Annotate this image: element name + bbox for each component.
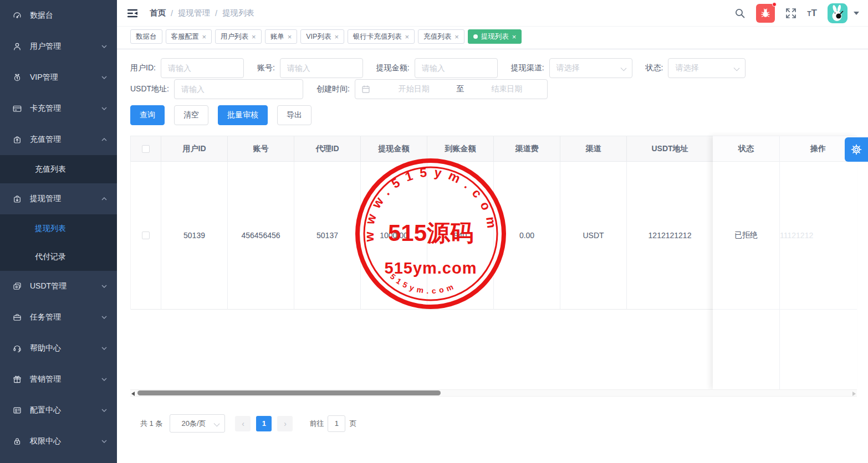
sidebar-item-label: 用户管理 bbox=[30, 42, 61, 52]
batch-review-button[interactable]: 批量审核 bbox=[218, 105, 268, 125]
sidebar-subitem-payment-records[interactable]: 代付记录 bbox=[0, 243, 117, 271]
scroll-right-arrow-icon[interactable] bbox=[852, 392, 856, 396]
usdt-address-input[interactable] bbox=[174, 79, 303, 99]
tab-service-config[interactable]: 客服配置× bbox=[166, 29, 212, 44]
sidebar-item-usdt[interactable]: USDT管理 bbox=[0, 271, 117, 302]
select-all-checkbox[interactable] bbox=[142, 145, 150, 153]
tab-recharge-list[interactable]: 充值列表× bbox=[418, 29, 464, 44]
goto-label: 前往 bbox=[309, 419, 324, 429]
horizontal-scrollbar bbox=[130, 389, 857, 397]
account-label: 账号: bbox=[257, 63, 275, 73]
clear-button[interactable]: 清空 bbox=[174, 105, 208, 125]
sidebar-item-users[interactable]: 用户管理 bbox=[0, 31, 117, 62]
breadcrumb-current: 提现列表 bbox=[222, 8, 254, 18]
account-input[interactable] bbox=[280, 58, 363, 78]
tab-label: 数据台 bbox=[136, 32, 157, 42]
column-settings-button[interactable] bbox=[845, 137, 868, 162]
sidebar-item-label: 营销管理 bbox=[30, 374, 61, 384]
export-button[interactable]: 导出 bbox=[277, 105, 312, 125]
sidebar-subitem-recharge-list[interactable]: 充值列表 bbox=[0, 155, 117, 183]
chevron-down-icon bbox=[101, 409, 107, 412]
sidebar-item-help[interactable]: 帮助中心 bbox=[0, 333, 117, 364]
sidebar-item-recharge[interactable]: 充值管理 bbox=[0, 124, 117, 155]
close-icon[interactable]: × bbox=[455, 33, 459, 40]
sidebar-item-vip[interactable]: VIP管理 bbox=[0, 62, 117, 93]
scroll-left-arrow-icon[interactable] bbox=[131, 392, 135, 396]
row-select-cell bbox=[131, 162, 161, 310]
tab-vip-list[interactable]: VIP列表× bbox=[300, 29, 344, 44]
font-size-icon[interactable]: TT bbox=[807, 8, 817, 18]
page-number-button[interactable]: 1 bbox=[256, 416, 272, 431]
end-date-placeholder[interactable]: 结束日期 bbox=[466, 84, 547, 94]
menu-fold-icon[interactable] bbox=[126, 8, 139, 18]
page-unit-label: 页 bbox=[349, 419, 356, 429]
tab-bills[interactable]: 账单× bbox=[265, 29, 298, 44]
tab-bankcard-recharge-list[interactable]: 银行卡充值列表× bbox=[348, 29, 415, 44]
sidebar-item-tasks[interactable]: 任务管理 bbox=[0, 302, 117, 333]
tab-user-list[interactable]: 用户列表× bbox=[215, 29, 262, 44]
sidebar-item-dashboard[interactable]: 数据台 bbox=[0, 0, 117, 31]
page-size-select[interactable]: 20条/页 bbox=[170, 414, 225, 433]
tab-label: 银行卡充值列表 bbox=[353, 32, 402, 42]
close-icon[interactable]: × bbox=[202, 33, 207, 40]
withdraw-channel-select[interactable]: 请选择 bbox=[549, 58, 632, 78]
sidebar-item-card-recharge[interactable]: 卡充管理 bbox=[0, 93, 117, 124]
sidebar-item-permissions[interactable]: 权限中心 bbox=[0, 426, 117, 457]
start-date-placeholder[interactable]: 开始日期 bbox=[374, 84, 455, 94]
card-icon bbox=[12, 104, 22, 114]
date-range-picker[interactable]: 开始日期 至 结束日期 bbox=[355, 79, 548, 99]
row-checkbox[interactable] bbox=[142, 232, 150, 239]
withdraw-table: 用户ID 账号 代理ID 提现金额 到账金额 渠道费 渠道 USDT地址 501… bbox=[130, 136, 857, 389]
tab-label: 账单 bbox=[270, 32, 284, 42]
avatar[interactable] bbox=[828, 3, 847, 23]
user-icon bbox=[12, 42, 22, 52]
breadcrumb-home[interactable]: 首页 bbox=[150, 8, 166, 18]
status-select[interactable]: 请选择 bbox=[668, 58, 746, 78]
tab-withdraw-list[interactable]: 提现列表× bbox=[468, 29, 522, 44]
fullscreen-icon[interactable] bbox=[785, 8, 796, 19]
withdraw-amount-input[interactable] bbox=[415, 58, 498, 78]
avatar-rabbit-icon bbox=[828, 3, 847, 23]
goto-page-input[interactable] bbox=[328, 415, 345, 432]
close-icon[interactable]: × bbox=[512, 33, 517, 40]
top-navbar: 首页 / 提现管理 / 提现列表 TT bbox=[117, 0, 868, 27]
cell-actions-ghost: 11121212 bbox=[779, 162, 857, 309]
cell-usdt: 1212121212 bbox=[627, 162, 713, 310]
chevron-down-icon bbox=[101, 347, 107, 350]
recharge-bag-icon bbox=[12, 135, 22, 145]
search-icon[interactable] bbox=[734, 8, 746, 19]
scrollbar-thumb[interactable] bbox=[137, 390, 441, 395]
config-icon bbox=[12, 405, 22, 415]
chevron-up-icon bbox=[101, 138, 107, 141]
close-icon[interactable]: × bbox=[288, 33, 292, 40]
marketing-gift-icon bbox=[12, 374, 22, 384]
chevron-down-icon bbox=[101, 107, 107, 110]
bug-report-button[interactable] bbox=[756, 4, 775, 23]
user-id-input[interactable] bbox=[161, 58, 244, 78]
chevron-down-icon bbox=[101, 316, 107, 319]
search-button[interactable]: 查询 bbox=[130, 105, 165, 125]
prev-page-button[interactable]: ‹ bbox=[235, 416, 251, 431]
breadcrumb: 首页 / 提现管理 / 提现列表 bbox=[150, 8, 254, 18]
sidebar-subitem-withdraw-list[interactable]: 提现列表 bbox=[0, 214, 117, 243]
sidebar-item-withdraw[interactable]: 提现管理 bbox=[0, 183, 117, 214]
next-page-button[interactable]: › bbox=[277, 416, 293, 431]
usdt-address-label: USDT地址: bbox=[130, 84, 169, 94]
sidebar: 数据台 用户管理 VIP管理 卡充管理 充值管理 充值列表 提现管理 提现列表 … bbox=[0, 0, 117, 463]
breadcrumb-withdraw-mgmt[interactable]: 提现管理 bbox=[178, 8, 210, 18]
dashboard-icon bbox=[12, 11, 22, 20]
sidebar-item-label: 卡充管理 bbox=[30, 104, 61, 114]
cell-status: 已拒绝 bbox=[713, 162, 779, 309]
close-icon[interactable]: × bbox=[334, 33, 339, 40]
sidebar-item-label: 任务管理 bbox=[30, 312, 61, 322]
sidebar-item-marketing[interactable]: 营销管理 bbox=[0, 364, 117, 395]
avatar-dropdown-caret[interactable] bbox=[854, 12, 859, 15]
lock-icon bbox=[12, 436, 22, 446]
select-placeholder: 请选择 bbox=[556, 63, 580, 73]
sidebar-item-config[interactable]: 配置中心 bbox=[0, 395, 117, 426]
close-icon[interactable]: × bbox=[405, 33, 410, 40]
chevron-down-icon bbox=[101, 45, 107, 48]
tab-label: 客服配置 bbox=[171, 32, 199, 42]
tab-dashboard[interactable]: 数据台 bbox=[130, 29, 162, 44]
close-icon[interactable]: × bbox=[252, 33, 256, 40]
